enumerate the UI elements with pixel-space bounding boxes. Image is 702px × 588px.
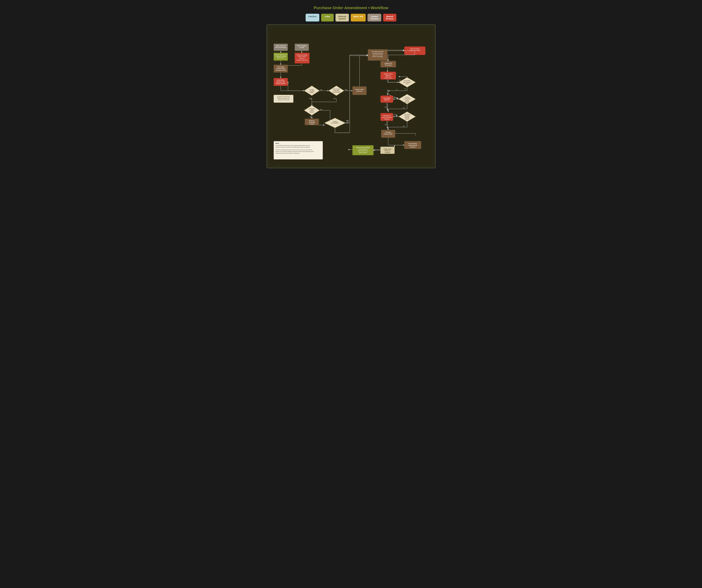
svg-text:over $10,000?: over $10,000? [331, 122, 339, 124]
svg-text:(budget review: (budget review [385, 76, 391, 78]
svg-text:PO created: PO created [385, 65, 391, 66]
legend-interface: Interface [306, 14, 319, 21]
svg-text:authority: authority [405, 117, 410, 118]
svg-text:Tax manager: Tax manager [383, 97, 390, 99]
svg-text:less than: less than [309, 90, 314, 92]
svg-text:NO: NO [346, 122, 348, 124]
svg-text:account numbers: account numbers [276, 83, 286, 84]
svg-text:Do accounts: Do accounts [404, 80, 410, 81]
svg-text:Separation of duty reviewer: Separation of duty reviewer [277, 96, 290, 97]
svg-text:NO: NO [320, 89, 322, 91]
svg-text:have C&G: have C&G [334, 90, 339, 91]
svg-text:transaction: transaction [404, 115, 410, 117]
svg-text:eInvoice: eInvoice [385, 152, 390, 153]
svg-text:review: review [310, 110, 313, 111]
svg-text:amount?: amount? [405, 118, 410, 120]
svg-text:Pending CM Assign-: Pending CM Assign- [372, 52, 383, 54]
svg-text:processor: processor [357, 91, 362, 92]
svg-text:a nonresident: a nonresident [403, 98, 411, 100]
svg-text:responsibility?: responsibility? [332, 92, 340, 93]
svg-text:Amend on: Amend on [299, 58, 305, 59]
svg-text:Notes:: Notes: [275, 143, 279, 144]
svg-text:Is order: Is order [310, 89, 314, 90]
svg-text:File created for: File created for [408, 143, 417, 144]
svg-text:an Order: an Order [299, 47, 304, 48]
svg-text:YES: YES [309, 98, 312, 99]
page-title: Purchase Order Amendment • Workflow [266, 3, 436, 12]
svg-text:(RCVL) e-doc: (RCVL) e-doc [277, 57, 284, 58]
svg-text:invoice or: invoice or [385, 150, 390, 151]
svg-text:is under analysis): is under analysis) [384, 78, 392, 79]
svg-text:If a fiscal officer (FO) creat: If a fiscal officer (FO) creates a POA u… [275, 145, 310, 146]
svg-text:approval limits): approval limits) [359, 152, 367, 153]
svg-text:YES: YES [345, 89, 347, 91]
legend-manual: ManualProcess [383, 14, 396, 21]
svg-text:Unapproved: Unapproved [384, 63, 392, 64]
legend-edoc: e-doc [321, 14, 334, 21]
svg-text:have insufficient: have insufficient [403, 82, 411, 83]
svg-text:NO: NO [385, 124, 386, 125]
svg-text:approves: approves [385, 75, 391, 76]
svg-text:alien or: alien or [405, 100, 409, 101]
svg-text:←: ← [319, 121, 320, 123]
svg-text:NO: NO [404, 88, 406, 90]
svg-text:POAs from unordered items will: POAs from unordered items will route to … [275, 149, 312, 150]
svg-text:approves; adds: approves; adds [276, 81, 285, 83]
svg-text:required?: required? [309, 111, 314, 113]
svg-text:Items are Received: Items are Received [275, 47, 286, 48]
svg-text:Commodity: Commodity [309, 108, 315, 110]
svg-text:Contract manager: Contract manager [410, 48, 420, 49]
svg-text:Line-Item Receiving: Line-Item Receiving [275, 56, 286, 57]
svg-text:ment (see PO work-: ment (see PO work- [372, 54, 383, 55]
svg-text:Organizational: Organizational [383, 115, 391, 116]
svg-text:approval based on: approval based on [358, 150, 368, 151]
svg-text:PO created with status: PO created with status [372, 51, 384, 52]
diagram-container: When Unordered Items are Received When C… [266, 24, 436, 168]
legend-external: ExternalSystem [335, 14, 349, 21]
svg-text:becomes Open: becomes Open [384, 133, 393, 135]
svg-text:NO: NO [334, 98, 335, 99]
legend-batch: Batch Job [351, 14, 366, 21]
svg-text:Requisition (REQS): Requisition (REQS) [297, 54, 307, 56]
svg-text:NO: NO [403, 107, 404, 109]
svg-text:Amendment (POA): Amendment (POA) [275, 70, 286, 71]
legend: Interface e-doc ExternalSystem Batch Job… [266, 12, 436, 24]
svg-text:only one in the route log.: only one in the route log. [278, 99, 289, 101]
svg-text:submit (and it will still rout: submit (and it will still route to them … [275, 153, 300, 154]
svg-text:created (requires: created (requires [358, 148, 368, 150]
svg-text:PO status: PO status [385, 132, 391, 133]
svg-text:Is PO over: Is PO over [404, 114, 410, 115]
svg-text:NO: NO [403, 126, 404, 127]
svg-text:Fiscal officer: Fiscal officer [277, 80, 284, 81]
svg-text:review (transaction: review (transaction [382, 117, 392, 118]
svg-text:commodity: commodity [309, 122, 315, 123]
unapproved-po-box [380, 61, 396, 67]
svg-text:initiator selects: initiator selects [298, 56, 306, 57]
svg-text:YES: YES [395, 115, 397, 116]
svg-text:NO: NO [320, 109, 322, 110]
svg-text:YES: YES [346, 120, 348, 122]
svg-text:Routes to C&G: Routes to C&G [355, 89, 364, 90]
page-wrapper: Purchase Order Amendment • Workflow Inte… [266, 3, 436, 168]
svg-text:line item. The FO will be requ: line item. The FO will be required to ad… [275, 151, 314, 152]
svg-text:vendor through: vendor through [408, 144, 417, 146]
svg-text:NO: NO [385, 107, 386, 108]
svg-text:funds?: funds? [405, 83, 409, 84]
svg-text:Is order: Is order [333, 121, 337, 122]
svg-text:approves: approves [384, 99, 389, 101]
svg-text:YES: YES [399, 80, 401, 81]
legend-system: SystemFunction [367, 14, 381, 21]
svg-text:Does account: Does account [333, 88, 340, 90]
svg-text:SciQuest: SciQuest [410, 146, 415, 148]
svg-text:Purchase Order: Purchase Order [276, 68, 285, 69]
workflow-diagram: When Unordered Items are Received When C… [270, 28, 432, 165]
svg-text:added when initiator is the: added when initiator is the [277, 98, 289, 99]
svg-text:Purchase Order (PO): Purchase Order (PO) [297, 60, 308, 61]
svg-text:employee?: employee? [404, 101, 410, 103]
svg-text:Is PO to: Is PO to [405, 97, 409, 98]
svg-text:Budget reviewer: Budget reviewer [384, 73, 392, 75]
svg-text:YES: YES [395, 97, 398, 99]
svg-text:KFS creates: KFS creates [277, 66, 284, 68]
svg-text:Payment Request (PREQ): Payment Request (PREQ) [356, 147, 370, 148]
svg-text:$5000?: $5000? [310, 92, 314, 93]
